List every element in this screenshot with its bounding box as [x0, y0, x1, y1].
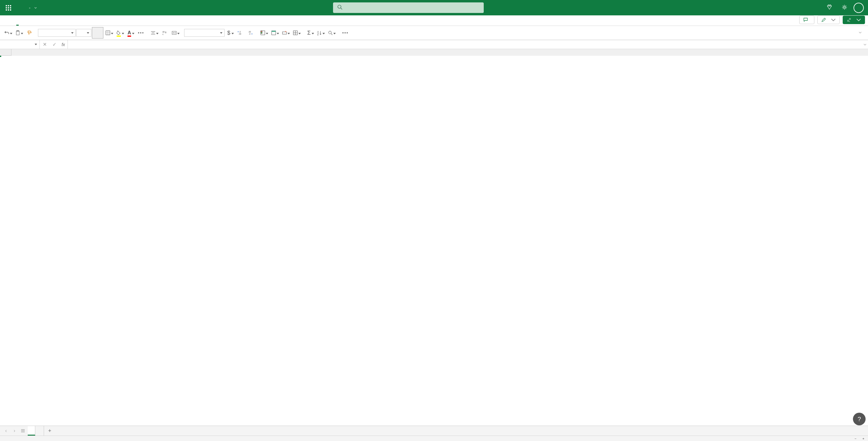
help-button[interactable]: ? [853, 413, 866, 426]
sheet-tab-example[interactable] [36, 426, 44, 436]
svg-point-3 [847, 20, 849, 22]
chevron-down-icon [831, 18, 836, 22]
dash: - [29, 5, 30, 10]
tab-formulas[interactable] [51, 15, 61, 26]
tab-help[interactable] [90, 15, 99, 26]
share-icon [846, 18, 851, 22]
formula-bar[interactable] [68, 40, 862, 49]
svg-text:Z: Z [317, 33, 319, 36]
align-button[interactable] [149, 28, 159, 38]
borders-button[interactable] [104, 28, 114, 38]
editing-mode-button[interactable] [817, 15, 840, 24]
diamond-icon [827, 4, 832, 11]
font-size-select[interactable] [76, 29, 91, 37]
svg-rect-15 [172, 31, 176, 34]
chevron-down-icon[interactable] [34, 6, 37, 9]
svg-text:.00: .00 [248, 31, 251, 33]
tab-view[interactable] [80, 15, 90, 26]
fx-icon[interactable]: fx [59, 42, 67, 47]
svg-line-1 [341, 8, 342, 9]
column-headers [0, 49, 868, 56]
tab-page-layout[interactable] [41, 15, 51, 26]
chevron-down-icon [856, 18, 861, 22]
sheet-tabs-bar: ‹ › + [0, 426, 868, 436]
zoom-out-button[interactable]: − [855, 437, 856, 440]
ribbon-tools: A abc $ .0.00 .00.0 Σ AZ [0, 26, 868, 40]
svg-point-4 [849, 19, 851, 20]
paste-button[interactable] [14, 28, 24, 38]
search-input[interactable] [333, 2, 484, 13]
format-painter-button[interactable] [25, 28, 34, 38]
enter-formula-button[interactable]: ✓ [50, 41, 59, 47]
svg-point-0 [338, 5, 341, 8]
add-sheet-button[interactable]: + [45, 428, 54, 434]
next-sheet-button[interactable]: › [11, 427, 18, 434]
prev-sheet-button[interactable]: ‹ [2, 427, 10, 434]
svg-line-32 [331, 33, 333, 35]
app-launcher-icon[interactable] [0, 5, 17, 10]
cell-styles-button[interactable] [281, 28, 291, 38]
status-bar: − + [0, 436, 868, 441]
comment-icon [803, 18, 808, 22]
search-icon [337, 4, 343, 11]
tab-draw[interactable] [32, 15, 41, 26]
svg-point-31 [329, 31, 331, 34]
ribbon-tabs [0, 15, 868, 26]
format-table-button[interactable] [270, 28, 280, 38]
svg-rect-21 [261, 31, 262, 32]
avatar[interactable] [854, 3, 864, 13]
expand-formula-bar-button[interactable] [862, 40, 868, 49]
formula-bar-row: ✕ ✓ fx [0, 40, 868, 49]
font-select[interactable] [38, 29, 76, 37]
gear-icon[interactable] [841, 4, 847, 11]
svg-text:ab: ab [162, 31, 165, 33]
tab-file[interactable] [3, 15, 13, 26]
fill-color-button[interactable] [115, 28, 125, 38]
tab-insert[interactable] [22, 15, 32, 26]
tab-review[interactable] [70, 15, 80, 26]
svg-text:.0: .0 [249, 33, 251, 35]
spreadsheet-grid[interactable] [0, 49, 868, 426]
title-bar: - [0, 0, 868, 15]
svg-rect-24 [272, 31, 276, 32]
svg-rect-22 [261, 32, 262, 34]
zoom-in-button[interactable]: + [863, 437, 864, 440]
svg-text:.0: .0 [239, 31, 241, 33]
more-font-button[interactable] [136, 28, 146, 38]
currency-button[interactable]: $ [225, 28, 235, 38]
svg-text:c: c [162, 33, 164, 35]
increase-decimal-button[interactable]: .00.0 [246, 28, 255, 38]
document-title[interactable]: - [21, 5, 37, 10]
number-format-select[interactable] [184, 29, 224, 37]
bold-button[interactable] [92, 27, 103, 38]
cells-button[interactable] [291, 28, 302, 38]
find-button[interactable] [327, 28, 337, 38]
tab-home[interactable] [13, 15, 22, 26]
decrease-decimal-button[interactable]: .0.00 [236, 28, 245, 38]
merge-button[interactable] [170, 28, 181, 38]
buy-microsoft-button[interactable] [827, 4, 835, 11]
select-all-corner[interactable] [0, 49, 11, 56]
sheet-tab-template[interactable] [28, 426, 35, 436]
wrap-text-button[interactable]: abc [160, 28, 170, 38]
font-color-button[interactable]: A [126, 28, 135, 38]
sort-filter-button[interactable]: AZ [315, 28, 326, 38]
name-box[interactable] [0, 40, 40, 49]
svg-rect-5 [16, 31, 19, 35]
tab-data[interactable] [61, 15, 70, 26]
comments-button[interactable] [799, 15, 814, 24]
svg-text:.00: .00 [239, 33, 241, 35]
all-sheets-button[interactable] [19, 429, 27, 433]
more-commands-button[interactable] [340, 28, 350, 38]
share-button[interactable] [843, 15, 865, 24]
pencil-icon [821, 18, 826, 22]
cancel-formula-button[interactable]: ✕ [40, 41, 50, 47]
svg-point-2 [844, 6, 845, 8]
autosum-button[interactable]: Σ [305, 28, 315, 38]
collapse-ribbon-button[interactable] [855, 30, 865, 36]
undo-button[interactable] [3, 28, 13, 38]
conditional-format-button[interactable] [259, 28, 269, 38]
